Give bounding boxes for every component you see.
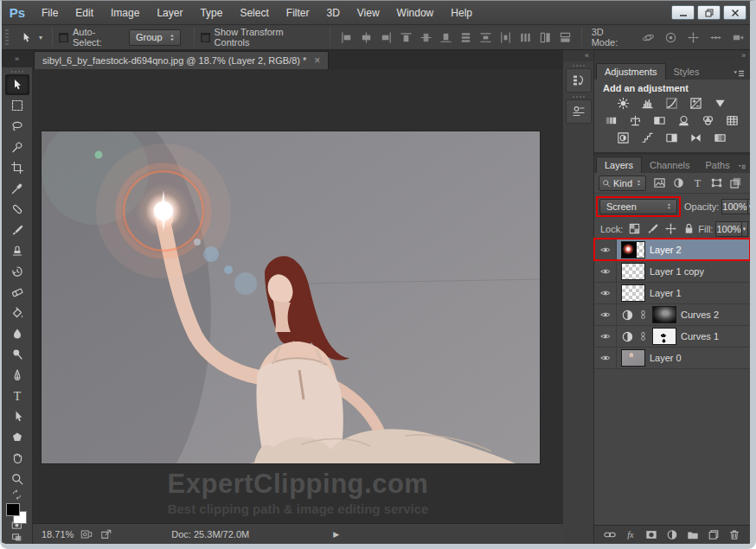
curves-icon[interactable]	[664, 97, 680, 111]
hue-saturation-icon[interactable]	[604, 114, 619, 128]
dodge-tool-button[interactable]	[5, 344, 29, 365]
distribute-center-icon[interactable]	[538, 30, 553, 45]
layer-row-layer-1-copy[interactable]: Layer 1 copy	[594, 261, 750, 283]
layer-thumbnail[interactable]	[621, 349, 645, 367]
align-right-icon[interactable]	[379, 30, 394, 45]
layer-row-curves-1[interactable]: Curves 1	[594, 326, 750, 348]
vibrance-icon[interactable]	[713, 97, 728, 111]
healing-brush-tool-button[interactable]	[5, 199, 29, 220]
document-tab[interactable]: sibyl_6_by_faestock-d694qno.jpg @ 18.7% …	[34, 51, 329, 69]
layer-visibility-toggle[interactable]	[594, 348, 617, 368]
eyedropper-tool-button[interactable]	[5, 178, 29, 199]
menu-view[interactable]: View	[349, 7, 388, 19]
shape-tool-button[interactable]	[5, 427, 29, 448]
shape-layer-filter-icon[interactable]	[710, 176, 723, 189]
marquee-tool-button[interactable]	[5, 95, 29, 116]
layer-visibility-toggle[interactable]	[594, 304, 617, 325]
color-lookup-icon[interactable]	[725, 114, 740, 128]
close-button[interactable]	[723, 5, 746, 20]
tool-preset-picker[interactable]: ▾	[13, 29, 46, 47]
slide-3d-icon[interactable]	[708, 29, 725, 46]
menu-help[interactable]: Help	[442, 7, 481, 19]
distribute-left-icon[interactable]	[518, 30, 533, 45]
layer-thumbnail[interactable]	[652, 306, 676, 323]
tab-paths[interactable]: Paths	[698, 157, 738, 173]
auto-select-target-dropdown[interactable]: Group	[129, 29, 181, 46]
crop-tool-button[interactable]	[5, 157, 29, 178]
orbit-3d-icon[interactable]	[640, 29, 657, 46]
selective-color-icon[interactable]	[713, 131, 728, 145]
pixel-layer-filter-icon[interactable]	[653, 176, 666, 189]
layer-row-layer-0[interactable]: Layer 0	[594, 348, 750, 369]
restore-button[interactable]	[697, 5, 721, 20]
opacity-dropdown-arrow[interactable]: ▼	[748, 199, 754, 214]
layer-thumbnail[interactable]	[652, 328, 676, 345]
align-middle-icon[interactable]	[419, 30, 433, 45]
menu-edit[interactable]: Edit	[67, 7, 102, 19]
add-mask-icon[interactable]	[645, 528, 657, 541]
eraser-tool-button[interactable]	[5, 282, 29, 303]
status-options-arrow[interactable]: ▶	[333, 530, 339, 539]
tab-styles[interactable]: Styles	[666, 64, 708, 80]
lock-transparent-icon[interactable]	[628, 222, 641, 235]
new-group-icon[interactable]	[687, 528, 699, 541]
path-selection-tool-button[interactable]	[5, 406, 29, 427]
lock-paint-icon[interactable]	[646, 222, 659, 235]
lock-all-icon[interactable]	[682, 222, 695, 235]
panel-menu-icon[interactable]	[732, 67, 746, 80]
menu-layer[interactable]: Layer	[148, 7, 191, 19]
options-bar-grip[interactable]	[5, 29, 9, 45]
black-white-icon[interactable]	[652, 114, 668, 128]
brush-tool-button[interactable]	[5, 220, 29, 240]
tab-adjustments[interactable]: Adjustments	[596, 63, 666, 80]
blur-tool-button[interactable]	[5, 323, 29, 344]
delete-layer-icon[interactable]	[728, 528, 740, 541]
canvas-workspace[interactable]: ExpertClipping.com Best clipping path & …	[33, 69, 563, 523]
tab-channels[interactable]: Channels	[642, 157, 697, 173]
quick-selection-tool-button[interactable]	[5, 137, 29, 157]
type-tool-button[interactable]: T	[5, 386, 29, 406]
lasso-tool-button[interactable]	[5, 116, 29, 137]
gradient-map-icon[interactable]	[689, 131, 704, 145]
menu-3d[interactable]: 3D	[317, 7, 348, 19]
distribute-middle-icon[interactable]	[478, 30, 493, 45]
panel-menu-icon[interactable]	[738, 161, 746, 173]
opacity-value[interactable]: 100%	[721, 199, 747, 214]
screen-mode-button[interactable]	[5, 532, 29, 544]
minimize-button[interactable]	[671, 5, 695, 20]
distribute-bottom-icon[interactable]	[498, 30, 513, 45]
layer-row-layer-1[interactable]: Layer 1	[594, 283, 750, 304]
dock-collapse-button[interactable]: «	[563, 50, 593, 61]
pan-3d-icon[interactable]	[685, 29, 702, 46]
blend-mode-dropdown[interactable]: Screen	[599, 199, 677, 214]
layer-row-layer-2[interactable]: Layer 2	[594, 239, 750, 261]
auto-select-checkbox[interactable]	[59, 33, 68, 42]
distribute-right-icon[interactable]	[558, 30, 573, 45]
history-brush-tool-button[interactable]	[5, 261, 29, 282]
foreground-color-swatch[interactable]	[6, 503, 20, 516]
photo-document[interactable]	[42, 131, 540, 463]
pen-tool-button[interactable]	[5, 365, 29, 386]
move-tool-button[interactable]	[5, 74, 29, 95]
photo-filter-icon[interactable]	[676, 114, 692, 128]
posterize-icon[interactable]	[640, 131, 656, 145]
menu-image[interactable]: Image	[102, 7, 148, 19]
panel-grip[interactable]	[573, 65, 585, 67]
properties-panel-button[interactable]	[566, 99, 592, 124]
align-center-horizontal-icon[interactable]	[359, 30, 374, 45]
layer-row-curves-2[interactable]: Curves 2	[594, 304, 750, 326]
layer-style-icon[interactable]: fx	[625, 528, 637, 541]
menu-type[interactable]: Type	[191, 7, 231, 19]
share-image-icon[interactable]	[99, 528, 113, 540]
align-left-icon[interactable]	[339, 30, 354, 45]
align-top-icon[interactable]	[399, 30, 413, 45]
tools-collapse-button[interactable]: »	[2, 50, 32, 67]
layer-thumbnail[interactable]	[621, 263, 645, 280]
roll-3d-icon[interactable]	[663, 29, 680, 46]
distribute-top-icon[interactable]	[458, 30, 473, 45]
menu-filter[interactable]: Filter	[278, 7, 318, 19]
color-balance-icon[interactable]	[628, 114, 644, 128]
channel-mixer-icon[interactable]	[701, 114, 716, 128]
exposure-icon[interactable]	[689, 97, 704, 111]
menu-file[interactable]: File	[33, 7, 67, 19]
